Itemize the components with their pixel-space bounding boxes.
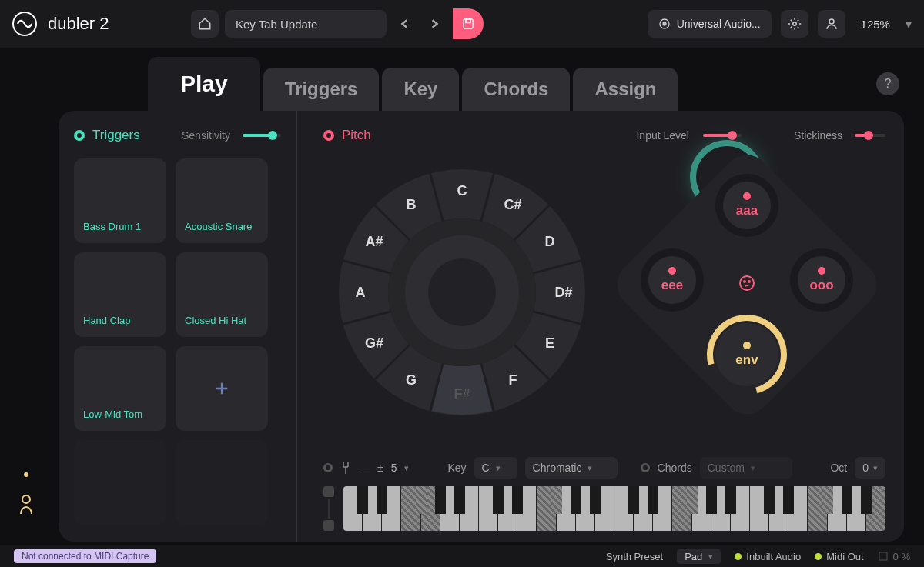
transpose-sign: ± <box>377 462 383 474</box>
save-button[interactable] <box>453 8 484 39</box>
triggers-toggle[interactable] <box>74 130 85 141</box>
pitch-wheel[interactable]: C C# D D# E F F# G G# A A# B <box>323 154 601 431</box>
add-trigger-button[interactable] <box>176 346 268 431</box>
key-select[interactable]: C▾ <box>474 457 517 479</box>
keyboard-section <box>323 486 886 531</box>
app-title: dubler 2 <box>48 14 109 34</box>
note-ds: D# <box>554 285 572 301</box>
transpose-chevron[interactable]: ▾ <box>404 463 409 473</box>
note-as: A# <box>365 234 383 250</box>
chords-preset-select[interactable]: Custom▾ <box>700 457 792 479</box>
key-label: Key <box>447 462 466 474</box>
svg-point-3 <box>663 22 666 25</box>
trigger-pad-1[interactable]: Bass Drum 1 <box>74 158 166 243</box>
piano-keyboard[interactable] <box>343 486 886 531</box>
stickiness-label: Stickiness <box>794 129 842 142</box>
redo-button[interactable] <box>422 12 447 36</box>
input-level-label: Input Level <box>636 129 689 142</box>
top-bar: dubler 2 Key Tab Update Universal Audio.… <box>0 0 924 48</box>
vowel-eee[interactable]: eee <box>641 248 704 312</box>
trigger-pad-2[interactable]: Acoustic Snare <box>176 158 268 243</box>
vowel-env[interactable]: env <box>715 323 778 386</box>
tabs: Play Triggers Key Chords Assign ? <box>148 48 915 111</box>
tab-assign[interactable]: Assign <box>573 68 678 111</box>
chords-label: Chords <box>658 462 692 474</box>
tab-play[interactable]: Play <box>148 57 260 111</box>
chords-toggle[interactable] <box>641 463 650 472</box>
audio-device-select[interactable]: Universal Audio... <box>648 10 772 38</box>
triggers-label: Triggers <box>92 128 140 143</box>
note-fs: F# <box>454 386 470 402</box>
svg-rect-0 <box>464 19 473 28</box>
main-panel: Triggers Sensitivity Bass Drum 1 Acousti… <box>59 111 904 542</box>
svg-rect-1 <box>466 19 470 23</box>
side-indicator-dot <box>24 472 28 477</box>
svg-point-18 <box>428 258 496 326</box>
zoom-level[interactable]: 125% <box>855 18 896 31</box>
status-bar: Not connected to MIDI Capture Synth Pres… <box>0 545 924 567</box>
settings-button[interactable] <box>781 10 808 38</box>
svg-rect-22 <box>879 552 887 560</box>
pitch-toggle[interactable] <box>323 130 334 141</box>
tab-key[interactable]: Key <box>382 68 459 111</box>
octave-slider[interactable] <box>323 486 334 531</box>
note-c: C <box>457 183 467 199</box>
inbuilt-audio-status[interactable]: Inbuilt Audio <box>735 551 801 562</box>
svg-point-19 <box>740 276 754 290</box>
svg-point-5 <box>829 19 834 24</box>
pitch-label: Pitch <box>342 128 371 143</box>
undo-button[interactable] <box>393 12 417 36</box>
note-g: G <box>406 372 417 389</box>
trigger-pad-empty-2[interactable] <box>176 440 268 525</box>
fork-icon <box>340 460 351 475</box>
triggers-section: Triggers Sensitivity Bass Drum 1 Acousti… <box>59 111 297 542</box>
trigger-pad-empty-1[interactable] <box>74 440 166 525</box>
home-button[interactable] <box>191 10 219 38</box>
synth-preset-label: Synth Preset <box>606 551 663 562</box>
audio-device-label: Universal Audio... <box>677 18 761 30</box>
scale-select[interactable]: Chromatic▾ <box>525 457 618 479</box>
oct-label: Oct <box>830 462 847 474</box>
voice-profile-icon[interactable] <box>16 492 36 519</box>
document-title-input[interactable]: Key Tab Update <box>225 10 387 38</box>
pitch-section: Pitch Input Level Stickiness <box>297 111 904 542</box>
tab-triggers[interactable]: Triggers <box>263 68 380 111</box>
note-b: B <box>407 197 417 213</box>
midi-out-status[interactable]: Midi Out <box>815 551 863 562</box>
trigger-pad-4[interactable]: Closed Hi Hat <box>176 252 268 337</box>
face-icon[interactable] <box>738 274 756 295</box>
trigger-pad-3[interactable]: Hand Clap <box>74 252 166 337</box>
tab-chords[interactable]: Chords <box>462 68 570 111</box>
transpose-toggle[interactable] <box>323 463 333 472</box>
note-gs: G# <box>365 335 383 352</box>
note-f: F <box>509 372 517 389</box>
note-a: A <box>356 285 366 301</box>
stickiness-slider[interactable] <box>855 134 886 137</box>
svg-point-4 <box>792 22 796 26</box>
note-d: D <box>545 234 555 250</box>
vowel-ooo[interactable]: ooo <box>790 248 853 312</box>
note-cs: C# <box>504 197 521 213</box>
note-e: E <box>545 335 554 352</box>
key-controls-row: — ± 5 ▾ Key C▾ Chromatic▾ Chords Custom▾… <box>323 457 886 479</box>
svg-point-6 <box>22 495 30 503</box>
sensitivity-slider[interactable] <box>243 134 281 137</box>
svg-point-20 <box>744 281 745 282</box>
oct-value-box[interactable]: 0▾ <box>855 457 886 479</box>
vowel-controls: aaa eee ooo env <box>631 169 862 400</box>
midi-capture-status[interactable]: Not connected to MIDI Capture <box>14 549 156 563</box>
sensitivity-label: Sensitivity <box>182 129 230 142</box>
transpose-value[interactable]: 5 <box>391 462 397 474</box>
svg-point-21 <box>748 281 750 282</box>
synth-preset-select[interactable]: Pad▾ <box>677 549 721 564</box>
help-button[interactable]: ? <box>876 72 899 95</box>
side-strip <box>11 102 42 519</box>
profile-button[interactable] <box>818 10 845 38</box>
trigger-pad-5[interactable]: Low-Mid Tom <box>74 346 166 431</box>
vowel-aaa[interactable]: aaa <box>715 174 778 237</box>
input-level-slider[interactable] <box>703 134 742 137</box>
app-logo <box>12 12 37 36</box>
cpu-meter: 0 % <box>878 551 910 562</box>
zoom-chevron-icon[interactable]: ▾ <box>906 17 912 32</box>
